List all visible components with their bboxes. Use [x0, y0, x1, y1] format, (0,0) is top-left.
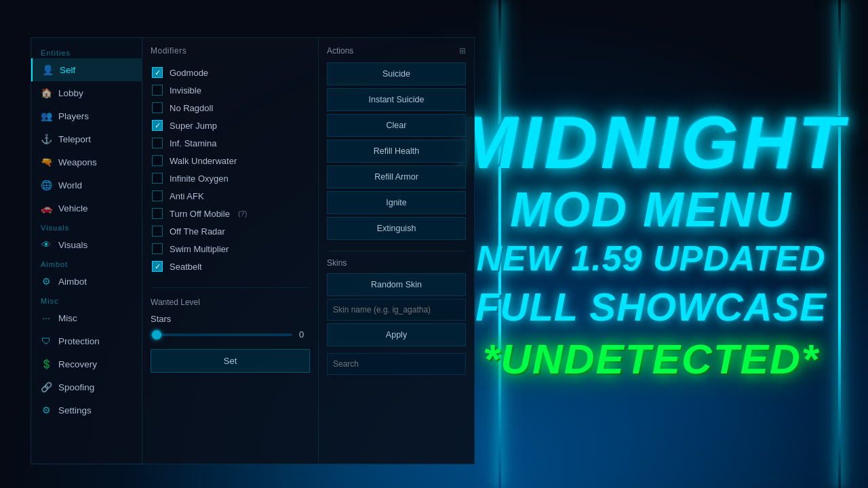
sidebar-item-players[interactable]: 👥 Players	[31, 104, 142, 127]
sidebar-label-protection: Protection	[58, 336, 100, 346]
modifier-turn-off-mobile[interactable]: Turn Off Mobile (?)	[151, 205, 310, 222]
sidebar-item-settings[interactable]: ⚙ Settings	[31, 399, 142, 422]
settings-icon: ⚙	[41, 405, 52, 415]
modifier-label-super-jump: Super Jump	[170, 121, 217, 131]
title-new-updated: NEW 1.59 UPDATED	[477, 239, 826, 278]
right-branding-panel: MIDNIGHT MOD MENU NEW 1.59 UPDATED FULL …	[475, 0, 827, 488]
slider-value: 0	[299, 329, 310, 340]
recovery-icon: 💲	[41, 359, 52, 369]
random-skin-button[interactable]: Random Skin	[327, 273, 466, 296]
misc-icon: ···	[41, 312, 52, 323]
title-undetected: *UNDETECTED*	[483, 335, 819, 383]
sidebar-label-aimbot: Aimbot	[58, 277, 87, 287]
checkbox-super-jump[interactable]	[152, 120, 163, 131]
clear-button[interactable]: Clear	[327, 114, 466, 137]
self-icon: 👤	[42, 64, 53, 75]
stars-slider[interactable]	[151, 333, 292, 336]
modifier-label-seatbelt: Seatbelt	[170, 262, 202, 272]
modifier-walk-underwater[interactable]: Walk Underwater	[151, 152, 310, 169]
modifiers-title: Modifiers	[151, 46, 310, 56]
refill-armor-button[interactable]: Refill Armor	[327, 165, 466, 188]
sidebar-label-spoofing: Spoofing	[58, 382, 94, 392]
modifier-inf-stamina[interactable]: Inf. Stamina	[151, 134, 310, 152]
sidebar-item-world[interactable]: 🌐 World	[31, 174, 142, 197]
weapons-icon: 🔫	[41, 157, 52, 167]
sidebar-item-recovery[interactable]: 💲 Recovery	[31, 352, 142, 375]
sidebar: Entities 👤 Self 🏠 Lobby 👥 Players ⚓ Tele…	[31, 37, 142, 464]
extinguish-button[interactable]: Extinguish	[327, 217, 466, 240]
sidebar-item-teleport[interactable]: ⚓ Teleport	[31, 127, 142, 150]
sidebar-item-spoofing[interactable]: 🔗 Spoofing	[31, 375, 142, 399]
teleport-icon: ⚓	[41, 134, 52, 144]
set-button[interactable]: Set	[151, 349, 310, 373]
checkbox-swim-multiplier[interactable]	[152, 243, 163, 254]
refill-health-button[interactable]: Refill Health	[327, 140, 466, 163]
lobby-icon: 🏠	[41, 87, 52, 98]
sidebar-label-lobby: Lobby	[58, 88, 83, 98]
sidebar-item-vehicle[interactable]: 🚗 Vehicle	[31, 197, 142, 220]
modifier-label-invisible: Invisible	[170, 85, 201, 96]
modifier-label-turn-off-mobile: Turn Off Mobile	[170, 209, 230, 219]
modifier-godmode[interactable]: Godmode	[151, 64, 310, 81]
checkbox-invisible[interactable]	[152, 85, 163, 96]
aimbot-icon: ⚙	[41, 276, 52, 287]
modifier-infinite-oxygen[interactable]: Infinite Oxygen	[151, 169, 310, 187]
sidebar-item-lobby[interactable]: 🏠 Lobby	[31, 81, 142, 104]
visuals-icon: 👁	[41, 239, 52, 250]
sidebar-label-recovery: Recovery	[58, 359, 97, 369]
checkbox-infinite-oxygen[interactable]	[152, 173, 163, 184]
modifier-label-inf-stamina: Inf. Stamina	[170, 138, 216, 148]
modifier-super-jump[interactable]: Super Jump	[151, 117, 310, 134]
sidebar-item-self[interactable]: 👤 Self	[31, 58, 142, 81]
suicide-button[interactable]: Suicide	[327, 62, 466, 85]
sidebar-item-misc[interactable]: ··· Misc	[31, 306, 142, 329]
sidebar-item-aimbot[interactable]: ⚙ Aimbot	[31, 270, 142, 293]
modifier-label-no-ragdoll: No Ragdoll	[170, 103, 213, 113]
sidebar-label-visuals: Visuals	[58, 240, 87, 250]
vehicle-icon: 🚗	[41, 203, 52, 214]
modifier-no-ragdoll[interactable]: No Ragdoll	[151, 99, 310, 117]
expand-icon[interactable]: ⊞	[459, 46, 466, 56]
sidebar-item-weapons[interactable]: 🔫 Weapons	[31, 150, 142, 174]
title-showcase: FULL SHOWCASE	[475, 284, 827, 329]
instant-suicide-button[interactable]: Instant Suicide	[327, 88, 466, 111]
protection-icon: 🛡	[41, 336, 52, 346]
checkbox-walk-underwater[interactable]	[152, 155, 163, 166]
world-icon: 🌐	[41, 180, 52, 190]
stars-label: Stars	[151, 314, 310, 324]
ignite-button[interactable]: Ignite	[327, 191, 466, 214]
modifier-label-infinite-oxygen: Infinite Oxygen	[170, 174, 229, 184]
modifier-off-the-radar[interactable]: Off The Radar	[151, 222, 310, 240]
slider-container: 0	[151, 329, 310, 340]
sidebar-label-misc: Misc	[58, 313, 77, 323]
modifier-swim-multiplier[interactable]: Swim Multiplier	[151, 240, 310, 258]
slider-thumb	[152, 330, 161, 340]
modifier-seatbelt[interactable]: Seatbelt	[151, 258, 310, 275]
spoofing-icon: 🔗	[41, 382, 52, 392]
apply-button[interactable]: Apply	[327, 323, 466, 346]
sidebar-label-self: Self	[60, 65, 75, 75]
sidebar-label-settings: Settings	[58, 405, 92, 415]
checkbox-anti-afk[interactable]	[152, 190, 163, 201]
modifier-label-anti-afk: Anti AFK	[170, 191, 204, 201]
checkbox-seatbelt[interactable]	[152, 261, 163, 272]
search-input[interactable]	[327, 353, 466, 375]
ui-container: Entities 👤 Self 🏠 Lobby 👥 Players ⚓ Tele…	[31, 37, 502, 464]
neon-line-right	[838, 0, 841, 488]
sidebar-item-visuals[interactable]: 👁 Visuals	[31, 233, 142, 256]
sidebar-item-protection[interactable]: 🛡 Protection	[31, 329, 142, 352]
wanted-title: Wanted Level	[151, 298, 310, 307]
modifier-invisible[interactable]: Invisible	[151, 81, 310, 99]
checkbox-no-ragdoll[interactable]	[152, 102, 163, 113]
skin-name-input[interactable]	[327, 299, 466, 321]
modifier-label-godmode: Godmode	[170, 68, 208, 78]
modifier-anti-afk[interactable]: Anti AFK	[151, 187, 310, 205]
actions-header: Actions ⊞	[327, 46, 466, 56]
title-midnight: MIDNIGHT	[456, 105, 846, 180]
checkbox-godmode[interactable]	[152, 67, 163, 78]
checkbox-inf-stamina[interactable]	[152, 138, 163, 148]
sidebar-label-teleport: Teleport	[58, 134, 91, 144]
checkbox-off-the-radar[interactable]	[152, 226, 163, 237]
checkbox-turn-off-mobile[interactable]	[152, 208, 163, 219]
visuals-label: Visuals	[31, 220, 142, 233]
